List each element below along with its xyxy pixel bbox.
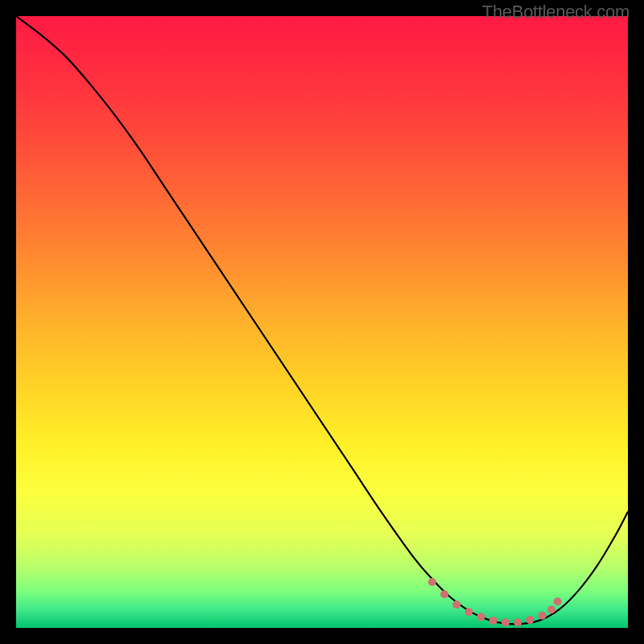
- marker-dot: [502, 618, 510, 626]
- marker-dot: [554, 597, 562, 605]
- marker-dot: [539, 612, 547, 620]
- marker-dot: [440, 590, 448, 598]
- marker-dot: [428, 578, 436, 586]
- marker-dot: [452, 601, 460, 609]
- chart-svg: [16, 16, 628, 628]
- marker-dot: [464, 608, 473, 616]
- marker-dot: [514, 618, 522, 626]
- marker-dot: [489, 617, 497, 625]
- gradient-background: [16, 16, 628, 628]
- plot-area: [16, 16, 628, 628]
- marker-dot: [547, 605, 555, 613]
- marker-dot: [526, 616, 534, 624]
- marker-dot: [477, 613, 485, 621]
- chart-container: TheBottleneck.com: [0, 0, 644, 644]
- watermark-text: TheBottleneck.com: [482, 2, 630, 23]
